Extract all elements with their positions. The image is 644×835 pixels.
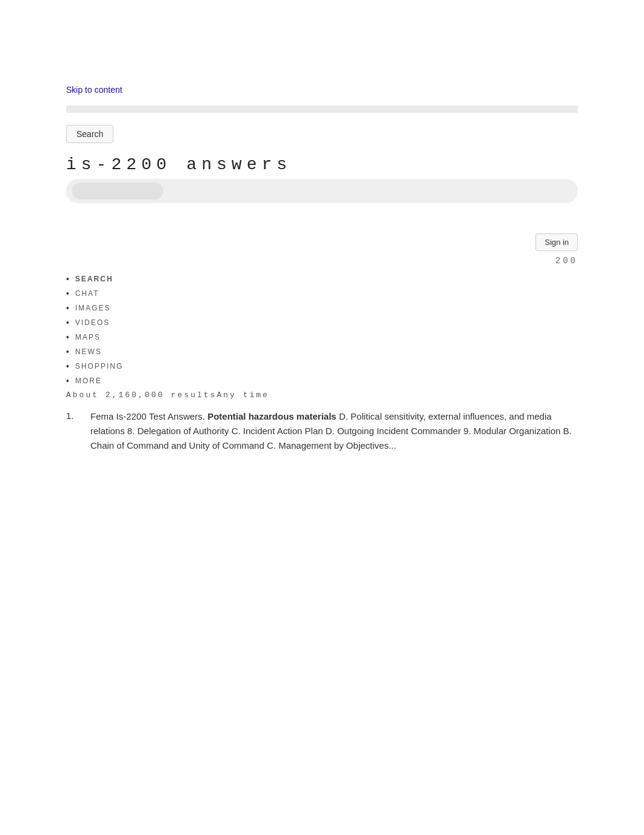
nav-item-search[interactable]: SEARCH: [66, 272, 578, 286]
result-text-before: Fema Is-2200 Test Answers.: [90, 411, 207, 421]
results-summary: About 2,160,000 resultsAny time: [66, 391, 578, 400]
search-button[interactable]: Search: [66, 125, 113, 143]
search-query-display: is-2200 answers: [66, 155, 578, 174]
sign-in-button[interactable]: Sign in: [535, 233, 578, 251]
search-bar-area: [66, 179, 578, 203]
search-bar-background: [66, 179, 578, 203]
nav-item-news[interactable]: NEWS: [66, 344, 578, 359]
nav-item-chat[interactable]: CHAT: [66, 286, 578, 301]
top-decoration-bar: [66, 106, 578, 113]
nav-item-videos[interactable]: VIDEOS: [66, 315, 578, 330]
nav-item-images[interactable]: IMAGES: [66, 301, 578, 315]
nav-item-more[interactable]: MORE: [66, 374, 578, 388]
nav-menu: SEARCH CHAT IMAGES VIDEOS MAPS NEWS SHOP…: [66, 272, 578, 388]
result-item-1: 1. Fema Is-2200 Test Answers. Potential …: [66, 409, 578, 453]
result-text-bold: Potential hazardous materials: [207, 411, 337, 421]
nav-item-maps[interactable]: MAPS: [66, 330, 578, 344]
result-number-1: 1.: [66, 409, 81, 421]
search-bar-inner-decoration: [72, 183, 163, 200]
results-count: 200: [555, 256, 578, 266]
result-text-1: Fema Is-2200 Test Answers. Potential haz…: [90, 409, 578, 453]
skip-to-content-link[interactable]: Skip to content: [0, 79, 644, 101]
nav-item-shopping[interactable]: SHOPPING: [66, 359, 578, 374]
